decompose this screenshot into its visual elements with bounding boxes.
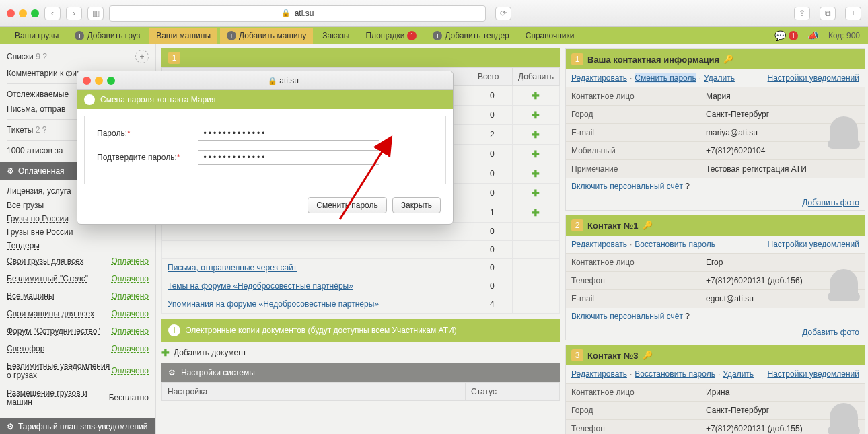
table-row: Письма, отправленные через сайт0 [162,259,560,277]
key-icon: 🔑 [643,221,653,230]
add-icon[interactable]: ✚ [532,129,540,140]
forward-button[interactable]: › [66,7,82,20]
sb-row[interactable]: Размещение грузов и машинБесплатно [7,384,149,411]
sb-row[interactable]: Все машиныОплачено [7,287,149,305]
share-icon[interactable]: ⇪ [794,7,810,20]
sb-link[interactable]: Грузы вне России [7,225,149,239]
notif-settings-link[interactable]: Настройки уведомлений [768,240,859,249]
add-photo-link[interactable]: Добавить фото [802,198,859,207]
edit-link[interactable]: Редактировать [571,240,627,249]
sb-link[interactable]: Тендеры [7,239,149,252]
change-password-button[interactable]: Сменить пароль [308,197,387,213]
back-button[interactable]: ‹ [44,7,61,20]
sb-row[interactable]: Свои грузы для всехОплачено [7,252,149,270]
add-icon[interactable]: ✚ [532,110,540,120]
sb-row[interactable]: СветофорОплачено [7,340,149,357]
contacts-panel: 1Ваша контактная информация🔑 Редактирова… [563,44,868,434]
plus-icon: + [227,31,236,40]
nav-add-cargo[interactable]: +Добавить груз [68,28,147,44]
gear-icon: ⚙ [7,166,14,176]
confirm-password-label: Подтвердите пароль: [97,153,177,162]
change-password-link[interactable]: Сменить пароль [635,73,696,83]
notif-settings-link[interactable]: Настройки уведомлений [768,369,859,379]
avatar-placeholder [830,116,858,145]
nav-add-vehicle[interactable]: +Добавить машину [220,28,313,44]
restore-password-link[interactable]: Восстановить пароль [635,240,715,249]
info-icon: i [168,324,180,336]
help-icon[interactable]: ? [685,182,690,191]
sb-lists[interactable]: Списки 9 ?+ [7,47,149,66]
add-icon[interactable]: ✚ [532,188,540,198]
window-controls [7,9,39,17]
close-button[interactable]: Закрыть [392,197,441,213]
modal-header: Смена пароля контакта Мария [77,90,453,109]
restore-password-link[interactable]: Восстановить пароль [635,369,715,379]
add-list-icon[interactable]: + [135,50,149,63]
notif-settings-link[interactable]: Настройки уведомлений [768,73,859,83]
sidebar-toggle-icon[interactable]: ▥ [87,7,104,20]
table-row: Темы на форуме «Недобросовестные партнёр… [162,277,560,295]
col-setting: Настройка [162,383,466,401]
maximize-window-icon[interactable] [31,9,39,17]
password-input[interactable] [198,126,379,141]
add-document[interactable]: ✚Добавить документ [161,347,560,358]
new-tab-icon[interactable]: + [845,7,861,20]
row-link[interactable]: Темы на форуме «Недобросовестные партнёр… [168,281,353,291]
minimize-window-icon[interactable] [95,77,103,85]
delete-link[interactable]: Удалить [723,369,754,379]
add-photo-link[interactable]: Добавить фото [802,328,859,337]
add-icon[interactable]: ✚ [532,149,540,159]
contact-card-3: 3Контакт №3🔑 Редактировать· Восстановить… [565,345,865,434]
modal-body: Пароль:* Подтвердите пароль:* [84,116,446,184]
megaphone-icon[interactable]: 📣 [807,30,819,41]
add-icon[interactable]: ✚ [532,207,540,218]
nav-vehicles[interactable]: Ваши машины [149,28,217,44]
maximize-window-icon[interactable] [107,77,115,85]
password-label: Пароль: [97,129,127,138]
col-total: Всего [472,68,512,86]
close-window-icon[interactable] [7,9,15,17]
gear-icon: ⚙ [7,422,14,431]
add-icon: ✚ [161,347,170,358]
enable-account-link[interactable]: Включить персональный счёт [571,312,683,321]
sb-row[interactable]: Безлимитные уведомления о грузахОплачено [7,357,149,384]
help-icon[interactable]: ? [685,312,690,321]
address-bar[interactable]: 🔒 ati.su [109,5,486,22]
reload-icon[interactable]: ⟳ [495,7,511,20]
nav-add-tender[interactable]: +Добавить тендер [426,28,515,44]
nav-cargo[interactable]: Ваши грузы [8,28,65,44]
nav-orders[interactable]: Заказы [316,28,356,44]
close-window-icon[interactable] [83,77,91,85]
card-actions: Редактировать· Сменить пароль· Удалить Н… [566,69,865,87]
lock-icon: 🔒 [268,77,277,85]
nav-refs[interactable]: Справочники [519,28,581,44]
delete-link[interactable]: Удалить [704,73,735,83]
minimize-window-icon[interactable] [19,9,27,17]
row-link[interactable]: Письма, отправленные через сайт [168,263,297,273]
tabs-icon[interactable]: ⧉ [820,7,836,20]
nav-platforms[interactable]: Площадки1 [359,28,423,44]
notif-badge: 1 [789,31,798,40]
chat-icon[interactable]: 💬 [774,30,786,41]
avatar-placeholder [830,403,858,431]
sb-row[interactable]: Безлимитный "Стелс"Оплачено [7,270,149,287]
sb-row[interactable]: Форум "Сотрудничество"Оплачено [7,322,149,340]
key-icon: 🔑 [643,351,653,360]
user-code: Код: 900 [828,31,860,40]
col-status: Статус [466,383,560,401]
change-password-modal: 🔒 ati.su Смена пароля контакта Мария Пар… [77,71,454,225]
confirm-password-input[interactable] [198,150,379,165]
sb-row[interactable]: Свои машины для всехОплачено [7,305,149,322]
row-link[interactable]: Упоминания на форуме «Недобросовестные п… [168,299,379,309]
main-nav: Ваши грузы +Добавить груз Ваши машины +Д… [0,27,868,44]
enable-account-link[interactable]: Включить персональный счёт [571,182,683,191]
add-icon[interactable]: ✚ [532,90,540,101]
add-icon[interactable]: ✚ [532,168,540,179]
table-row: 0 [162,241,560,259]
edit-link[interactable]: Редактировать [571,369,627,379]
settings-table: НастройкаСтатус [161,382,560,401]
edit-link[interactable]: Редактировать [571,73,627,83]
docs-header: iЭлектронные копии документов (будут дос… [161,319,560,342]
section-header: 1 [161,48,560,67]
sb-tariff[interactable]: ⚙Тарифный план sms-уведомлений [0,418,155,434]
